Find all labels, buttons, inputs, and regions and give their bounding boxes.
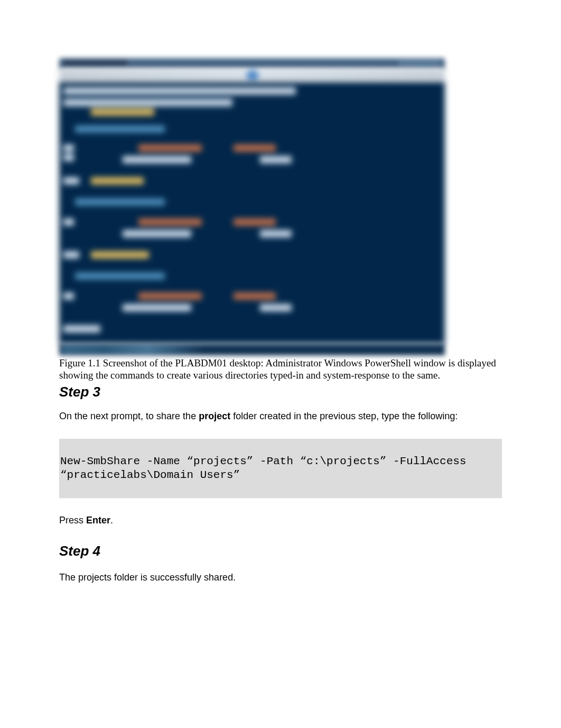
- step-3-intro: On the next prompt, to share the project…: [59, 410, 502, 423]
- step-3-intro-bold: project: [199, 411, 230, 421]
- step-4-text: The projects folder is successfully shar…: [59, 571, 502, 584]
- step-3-intro-pre: On the next prompt, to share the: [59, 411, 199, 421]
- press-pre: Press: [59, 515, 86, 526]
- press-bold: Enter: [86, 515, 110, 526]
- code-block: New-SmbShare -Name “projects” -Path “c:\…: [59, 439, 502, 499]
- step-3-press: Press Enter.: [59, 514, 502, 527]
- step-3-heading: Step 3: [59, 384, 502, 400]
- step-3-intro-post: folder created in the previous step, typ…: [230, 411, 457, 421]
- press-post: .: [110, 515, 113, 526]
- powershell-screenshot: [59, 58, 445, 355]
- figure-caption: Figure 1.1 Screenshot of the PLABDM01 de…: [59, 357, 502, 382]
- step-4-heading: Step 4: [59, 543, 502, 559]
